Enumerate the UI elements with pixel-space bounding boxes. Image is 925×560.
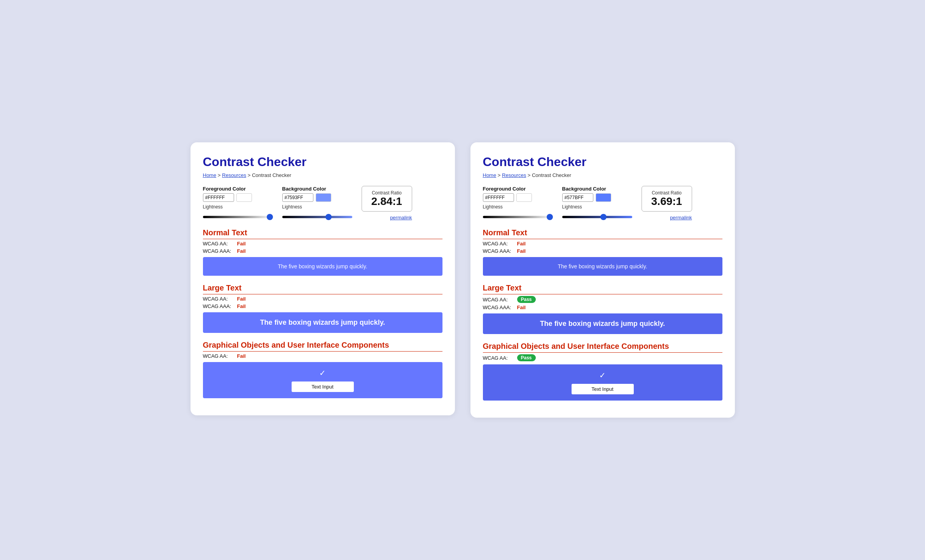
card-2-normal-text-section: Normal Text WCAG AA: Fail WCAG AAA: Fail…	[483, 228, 722, 276]
card-1-normal-aa-row: WCAG AA: Fail	[203, 241, 442, 247]
card-2-contrast-label: Contrast Ratio	[648, 190, 685, 196]
card-1-large-aaa-status: Fail	[237, 303, 246, 309]
card-1-graphical-aa-row: WCAG AA: Fail	[203, 353, 442, 359]
card-2-fg-swatch	[516, 193, 532, 202]
card-2-normal-aa-row: WCAG AA: Fail	[483, 241, 722, 247]
card-2-large-aaa-status: Fail	[517, 304, 526, 310]
card-2: Contrast Checker Home > Resources > Cont…	[470, 142, 735, 418]
card-2-bg-lightness-label: Lightness	[562, 204, 632, 210]
card-2-graphical-demo: ✓	[483, 364, 722, 401]
breadcrumb-current-1: > Contrast Checker	[248, 172, 291, 178]
card-2-graphical-section: Graphical Objects and User Interface Com…	[483, 342, 722, 401]
card-2-large-aa-label: WCAG AA:	[483, 297, 514, 303]
card-1-large-aa-row: WCAG AA: Fail	[203, 296, 442, 302]
card-1-normal-aaa-status: Fail	[237, 248, 246, 254]
card-1-fg-lightness-label: Lightness	[203, 204, 273, 210]
card-2-fg-slider[interactable]	[483, 216, 553, 218]
card-1-fg-group: Foreground Color Lightness	[203, 186, 273, 221]
card-2-fg-lightness-label: Lightness	[483, 204, 553, 210]
card-2-large-aaa-label: WCAG AAA:	[483, 304, 514, 310]
card-1: Contrast Checker Home > Resources > Cont…	[191, 142, 455, 416]
breadcrumb-resources-2[interactable]: Resources	[502, 172, 526, 178]
card-2-graphical-aa-status: Pass	[517, 354, 536, 361]
card-1-large-text-section: Large Text WCAG AA: Fail WCAG AAA: Fail …	[203, 284, 442, 333]
page-container: Contrast Checker Home > Resources > Cont…	[191, 142, 735, 418]
card-1-breadcrumb: Home > Resources > Contrast Checker	[203, 172, 442, 178]
card-1-normal-aa-status: Fail	[237, 241, 246, 247]
card-1-fg-slider[interactable]	[203, 216, 273, 218]
card-1-graphical-section: Graphical Objects and User Interface Com…	[203, 341, 442, 398]
card-2-fg-hex-input[interactable]	[483, 193, 514, 202]
breadcrumb-current-2: > Contrast Checker	[528, 172, 571, 178]
card-1-large-aa-label: WCAG AA:	[203, 296, 234, 302]
card-2-normal-aaa-row: WCAG AAA: Fail	[483, 248, 722, 254]
card-1-normal-title: Normal Text	[203, 228, 442, 239]
card-2-checkmark: ✓	[599, 371, 606, 380]
card-1-bg-slider[interactable]	[282, 216, 352, 218]
card-2-normal-aaa-label: WCAG AAA:	[483, 248, 514, 254]
card-1-contrast-box: Contrast Ratio 2.84:1	[362, 186, 412, 212]
card-2-normal-aa-label: WCAG AA:	[483, 241, 514, 247]
card-1-normal-demo: The five boxing wizards jump quickly.	[203, 257, 442, 276]
card-2-controls: Foreground Color Lightness Background Co…	[483, 186, 722, 221]
card-2-normal-demo-text: The five boxing wizards jump quickly.	[558, 263, 647, 270]
card-1-fg-swatch	[236, 193, 252, 202]
card-1-large-aa-status: Fail	[237, 296, 246, 302]
card-2-bg-slider[interactable]	[562, 216, 632, 218]
card-2-bg-hex-input[interactable]	[562, 193, 593, 202]
card-2-large-demo-text: The five boxing wizards jump quickly.	[540, 320, 665, 328]
card-2-fg-input-row	[483, 193, 553, 202]
card-1-large-title: Large Text	[203, 284, 442, 294]
card-2-large-title: Large Text	[483, 284, 722, 294]
card-1-large-demo: The five boxing wizards jump quickly.	[203, 312, 442, 333]
card-2-bg-group: Background Color Lightness	[562, 186, 632, 221]
card-1-fg-input-row	[203, 193, 273, 202]
card-1-bg-slider-container	[282, 213, 352, 220]
card-1-bg-hex-input[interactable]	[282, 193, 313, 202]
card-2-contrast-box: Contrast Ratio 3.69:1	[642, 186, 692, 212]
card-1-large-aaa-row: WCAG AAA: Fail	[203, 303, 442, 309]
card-2-permalink[interactable]: permalink	[670, 215, 692, 220]
card-1-normal-aa-label: WCAG AA:	[203, 241, 234, 247]
card-1-permalink[interactable]: permalink	[390, 215, 412, 220]
card-1-bg-label: Background Color	[282, 186, 352, 192]
card-2-bg-swatch	[596, 193, 611, 202]
card-2-title: Contrast Checker	[483, 155, 722, 169]
card-2-fg-label: Foreground Color	[483, 186, 553, 192]
card-2-graphical-title: Graphical Objects and User Interface Com…	[483, 342, 722, 353]
card-1-fg-slider-container	[203, 213, 273, 220]
card-2-bg-slider-container	[562, 213, 632, 220]
card-1-graphical-demo: ✓	[203, 362, 442, 398]
card-1-graphical-title: Graphical Objects and User Interface Com…	[203, 341, 442, 352]
card-1-controls: Foreground Color Lightness Background Co…	[203, 186, 442, 221]
card-2-normal-aaa-status: Fail	[517, 248, 526, 254]
card-1-fg-hex-input[interactable]	[203, 193, 234, 202]
card-1-bg-group: Background Color Lightness	[282, 186, 352, 221]
card-1-large-demo-text: The five boxing wizards jump quickly.	[260, 318, 385, 327]
breadcrumb-home-2[interactable]: Home	[483, 172, 497, 178]
card-2-large-demo: The five boxing wizards jump quickly.	[483, 313, 722, 334]
card-2-normal-title: Normal Text	[483, 228, 722, 239]
card-2-graphical-aa-label: WCAG AA:	[483, 355, 514, 361]
card-1-contrast-value: 2.84:1	[368, 196, 406, 208]
card-2-bg-input-row	[562, 193, 632, 202]
card-1-graphical-aa-label: WCAG AA:	[203, 353, 234, 359]
card-1-contrast-label: Contrast Ratio	[368, 190, 406, 196]
card-2-normal-aa-status: Fail	[517, 241, 526, 247]
breadcrumb-resources-1[interactable]: Resources	[222, 172, 246, 178]
card-1-text-input[interactable]	[292, 382, 354, 392]
breadcrumb-home-1[interactable]: Home	[203, 172, 217, 178]
card-2-large-aa-row: WCAG AA: Pass	[483, 296, 722, 303]
card-1-normal-demo-text: The five boxing wizards jump quickly.	[278, 263, 367, 270]
card-1-bg-swatch	[316, 193, 331, 202]
card-2-bg-label: Background Color	[562, 186, 632, 192]
card-1-fg-label: Foreground Color	[203, 186, 273, 192]
card-1-graphical-aa-status: Fail	[237, 353, 246, 359]
card-1-bg-lightness-label: Lightness	[282, 204, 352, 210]
card-1-bg-input-row	[282, 193, 352, 202]
card-2-large-aa-status: Pass	[517, 296, 536, 303]
card-2-text-input[interactable]	[572, 384, 634, 394]
card-2-fg-group: Foreground Color Lightness	[483, 186, 553, 221]
card-2-fg-slider-container	[483, 213, 553, 220]
card-1-normal-aaa-label: WCAG AAA:	[203, 248, 234, 254]
